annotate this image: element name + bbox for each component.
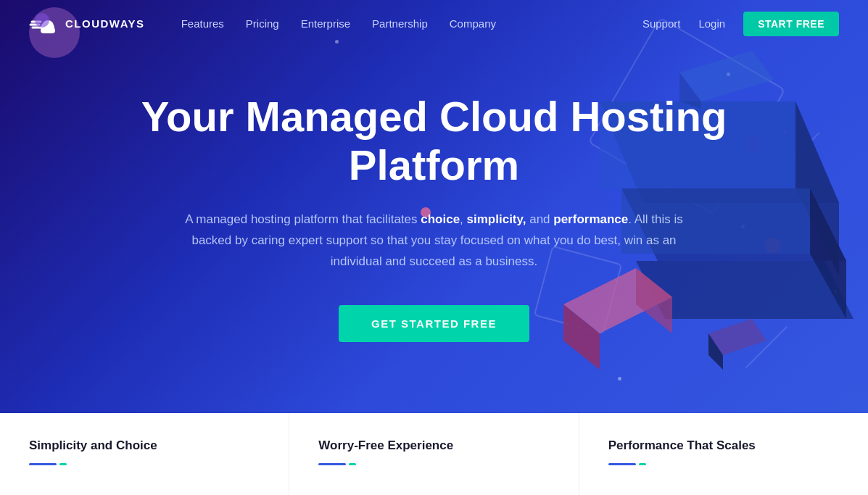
svg-rect-6 [41,28,55,33]
subtitle-comma: , [460,212,463,226]
underline-blue-simplicity [29,463,57,465]
hero-content: Your Managed Cloud Hosting Platform A ma… [126,93,743,342]
subtitle-and: and [526,212,553,226]
subtitle-performance: performance [553,212,628,226]
underline-green-simplicity [59,463,67,465]
cloudways-logo-icon [29,9,59,39]
features-section: Simplicity and Choice Worry-Free Experie… [0,413,868,495]
nav-right: Support Login START FREE [642,12,839,36]
main-nav: Features Pricing Enterprise Partnership … [181,17,642,30]
feature-underline-performance [608,463,839,465]
dot-2 [727,72,730,76]
nav-login[interactable]: Login [698,17,725,30]
underline-blue-performance [608,463,636,465]
dot-4 [618,377,621,380]
square-accent-purple [745,136,761,152]
hero-subtitle: A managed hosting platform that facilita… [181,209,688,273]
nav-features[interactable]: Features [181,17,224,30]
feature-underline-worry-free [318,463,549,465]
circle-purple-small [765,238,781,254]
svg-marker-13 [810,188,846,319]
feature-card-worry-free: Worry-Free Experience [289,413,579,495]
subtitle-prefix: A managed hosting platform that facilita… [185,212,421,226]
hero-section: Your Managed Cloud Hosting Platform A ma… [0,0,868,413]
subtitle-simplicity: simplicity, [467,212,526,226]
nav-pricing[interactable]: Pricing [246,17,279,30]
nav-partnership[interactable]: Partnership [372,17,428,30]
underline-blue-worry-free [318,463,346,465]
diag-line-1 [745,326,788,368]
nav-enterprise[interactable]: Enterprise [301,17,350,30]
header: CLOUDWAYS Features Pricing Enterprise Pa… [0,0,868,47]
dot-6 [834,290,838,294]
logo-text: CLOUDWAYS [65,17,145,30]
feature-title-simplicity: Simplicity and Choice [29,438,260,453]
svg-point-7 [35,13,49,28]
start-free-button[interactable]: START FREE [743,12,839,36]
feature-card-performance: Performance That Scales [579,413,868,495]
feature-underline-simplicity [29,463,260,465]
underline-green-worry-free [349,463,356,465]
svg-marker-10 [795,101,839,275]
feature-title-performance: Performance That Scales [608,438,839,453]
nav-support[interactable]: Support [642,17,681,30]
underline-green-performance [639,463,646,465]
logo[interactable]: CLOUDWAYS [29,9,145,39]
subtitle-choice: choice [421,212,460,226]
dot-5 [783,130,787,134]
get-started-button[interactable]: GET STARTED FREE [339,305,529,342]
diag-line-2 [793,133,820,159]
hero-title: Your Managed Cloud Hosting Platform [141,93,728,189]
feature-title-worry-free: Worry-Free Experience [318,438,549,453]
feature-card-simplicity: Simplicity and Choice [0,413,289,495]
nav-company[interactable]: Company [450,17,496,30]
